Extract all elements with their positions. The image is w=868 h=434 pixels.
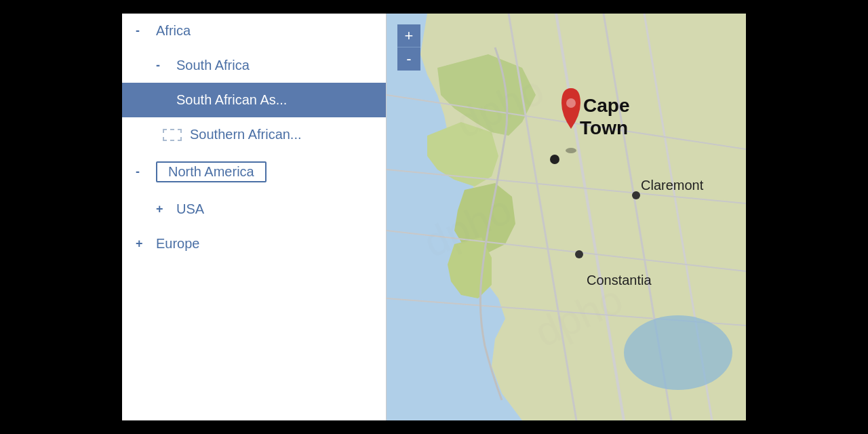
zoom-out-button[interactable]: -: [397, 47, 420, 71]
svg-point-9: [624, 315, 732, 390]
sidebar-label-south-africa: South Africa: [176, 58, 250, 73]
svg-point-11: [566, 148, 576, 153]
svg-text:Town: Town: [580, 117, 628, 138]
sidebar-label-africa: Africa: [156, 23, 191, 39]
svg-point-14: [575, 250, 583, 258]
sidebar-item-north-america[interactable]: - North America: [122, 152, 386, 192]
sidebar-item-southern-african[interactable]: Southern African...: [122, 117, 386, 152]
sidebar-item-africa[interactable]: - Africa: [122, 14, 386, 48]
map-area: Cape Town Claremont Constantia dpho dpho…: [387, 14, 746, 420]
toggle-africa: -: [136, 24, 148, 38]
sidebar-item-south-african-as[interactable]: South African As...: [122, 83, 386, 117]
svg-text:Claremont: Claremont: [641, 178, 704, 193]
app-container: - Africa - South Africa South African As…: [122, 14, 746, 420]
svg-point-10: [550, 155, 559, 164]
zoom-in-button[interactable]: +: [397, 24, 420, 47]
svg-point-13: [632, 191, 640, 199]
map-controls: + -: [397, 24, 420, 71]
sidebar-item-europe[interactable]: + Europe: [122, 226, 386, 261]
sidebar-label-usa: USA: [176, 201, 204, 217]
sidebar-label-europe: Europe: [156, 236, 200, 252]
toggle-south-africa: -: [156, 58, 168, 73]
svg-text:Constantia: Constantia: [587, 273, 652, 288]
dashed-icon-southern-african: [163, 129, 182, 141]
sidebar: - Africa - South Africa South African As…: [122, 14, 387, 420]
sidebar-item-south-africa[interactable]: - South Africa: [122, 48, 386, 83]
sidebar-label-south-african-as: South African As...: [176, 92, 287, 108]
sidebar-item-usa[interactable]: + USA: [122, 192, 386, 226]
toggle-north-america: -: [136, 165, 148, 179]
sidebar-label-north-america: North America: [156, 161, 267, 182]
map-svg: Cape Town Claremont Constantia: [387, 14, 746, 420]
toggle-usa: +: [156, 202, 168, 216]
svg-text:Cape: Cape: [583, 95, 629, 116]
sidebar-label-southern-african: Southern African...: [190, 127, 302, 142]
toggle-europe: +: [136, 237, 148, 251]
svg-point-12: [566, 98, 576, 108]
